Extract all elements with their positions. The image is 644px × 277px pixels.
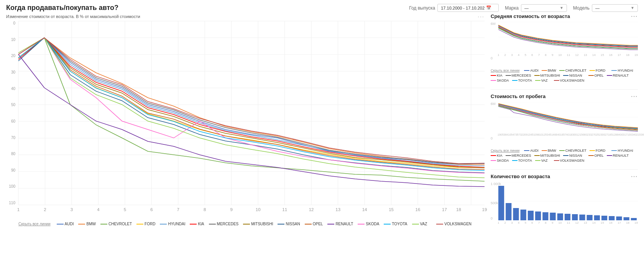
legend-ford-label: FORD [145, 222, 155, 226]
svg-text:18: 18 [456, 208, 461, 212]
model-select[interactable]: — ▼ [592, 4, 638, 12]
y-label-100: 100 [6, 184, 17, 188]
bar-age-3 [513, 208, 519, 220]
mini-legend-renault[interactable]: RENAULT [607, 74, 629, 77]
svg-text:15: 15 [389, 208, 394, 212]
brand-value: — [524, 6, 529, 10]
legend-audi-label: AUDI [65, 222, 74, 226]
mini-legend-bmw[interactable]: BMW [542, 69, 556, 72]
main-chart-header: Изменение стоимости от возраста. В % от … [6, 13, 485, 20]
legend-renault[interactable]: RENAULT [327, 222, 353, 226]
brand-control: Марка — ▼ [505, 4, 567, 12]
mini-legend2-audi[interactable]: AUDI [524, 149, 539, 152]
bar-age-13 [587, 215, 593, 220]
svg-text:12: 12 [309, 208, 314, 212]
main-chart-menu[interactable]: ··· [478, 13, 485, 20]
legend-volkswagen-label: VOLKSWAGEN [444, 222, 472, 226]
mini-legend2-vaz[interactable]: VAZ [535, 159, 548, 162]
mini-legend2-hyundai[interactable]: HYUNDAI [611, 149, 633, 152]
legend-nissan[interactable]: NISSAN [278, 222, 300, 226]
mini-legend-hyundai[interactable]: HYUNDAI [611, 69, 633, 72]
legend-ford[interactable]: FORD [136, 222, 155, 226]
avg-cost-menu[interactable]: ··· [631, 13, 638, 20]
legend-vaz[interactable]: VAZ [412, 222, 427, 226]
svg-text:16: 16 [416, 208, 421, 212]
legend-hyundai[interactable]: HYUNDAI [160, 222, 185, 226]
cost-mileage-title: Стоимость от пробега ··· [491, 93, 638, 100]
cost-mileage-hide-lines[interactable]: Скрыть все линии [491, 149, 519, 152]
count-age-menu[interactable]: ··· [631, 174, 638, 180]
mini-legend-vaz[interactable]: VAZ [535, 79, 548, 82]
chart-area: 110 100 90 80 70 60 50 40 30 20 10 0 [6, 21, 485, 220]
bar-age-10 [565, 214, 570, 220]
mini-legend2-mercedes[interactable]: MERCEDES [506, 154, 531, 157]
mini-legend-kia[interactable]: KIA [491, 74, 503, 77]
count-age-section: Количество от возраста ··· 1 000k 500k 0 [491, 169, 638, 228]
cost-mileage-menu[interactable]: ··· [631, 93, 638, 100]
legend-vaz-label: VAZ [420, 222, 427, 226]
mini-legend2-kia[interactable]: KIA [491, 154, 503, 157]
mini-legend2-chevrolet[interactable]: CHEVROLET [559, 149, 586, 152]
svg-text:13: 13 [335, 208, 340, 212]
svg-text:6: 6 [150, 208, 153, 212]
y-label-80: 80 [6, 152, 17, 156]
cost-mileage-legend: Скрыть все линии AUDI BMW CHEVROLET FORD… [491, 149, 638, 162]
legend-volkswagen[interactable]: VOLKSWAGEN [436, 222, 472, 226]
main-chart-container: 110 100 90 80 70 60 50 40 30 20 10 0 [6, 21, 485, 243]
legend-kia[interactable]: KIA [190, 222, 204, 226]
legend-bmw[interactable]: BMW [78, 222, 95, 226]
line-audi [18, 38, 485, 164]
line-skoda [18, 38, 485, 173]
mini-legend-opel[interactable]: OPEL [588, 74, 604, 77]
mini-legend2-opel[interactable]: OPEL [588, 154, 604, 157]
brand-select[interactable]: — ▼ [521, 4, 567, 12]
header-controls: Год выпуска 17.10.2000 - 17.10.202 📅 Мар… [409, 4, 638, 12]
legend-opel[interactable]: OPEL [305, 222, 323, 226]
bar-age-2 [506, 203, 511, 220]
legend-mitsubishi-label: MITSUBISHI [251, 222, 273, 226]
legend-chevrolet-label: CHEVROLET [108, 222, 132, 226]
mini-legend-skoda[interactable]: SKODA [491, 79, 509, 82]
y-label-60: 60 [6, 119, 17, 123]
model-chevron-icon: ▼ [631, 6, 634, 10]
mini-legend2-renault[interactable]: RENAULT [607, 154, 629, 157]
mini-legend-toyota[interactable]: TOYOTA [512, 79, 532, 82]
legend-audi[interactable]: AUDI [57, 222, 74, 226]
mini-legend-mercedes[interactable]: MERCEDES [506, 74, 531, 77]
left-panel: Изменение стоимости от возраста. В % от … [6, 13, 485, 243]
count-age-svg [491, 182, 638, 220]
mini-legend-mitsubishi[interactable]: MITSUBISHI [534, 74, 560, 77]
y-axis: 110 100 90 80 70 60 50 40 30 20 10 0 [6, 21, 17, 205]
avg-cost-svg [491, 22, 638, 52]
hide-all-lines[interactable]: Скрыть все линии [18, 222, 51, 226]
mini-legend-nissan[interactable]: NISSAN [563, 74, 582, 77]
brand-chevron-icon: ▼ [560, 6, 564, 10]
legend-mitsubishi[interactable]: MITSUBISHI [243, 222, 273, 226]
bar-age-7 [542, 212, 548, 220]
legend-toyota[interactable]: TOYOTA [384, 222, 407, 226]
line-hyundai [18, 38, 485, 166]
mini-legend2-toyota[interactable]: TOYOTA [512, 159, 532, 162]
bar-age-9 [557, 213, 563, 220]
legend-toyota-label: TOYOTA [392, 222, 407, 226]
legend-chevrolet[interactable]: CHEVROLET [100, 222, 132, 226]
mini-legend2-ford[interactable]: FORD [590, 149, 606, 152]
mini-legend2-volkswagen[interactable]: VOLKSWAGEN [554, 159, 585, 162]
mini-legend2-bmw[interactable]: BMW [542, 149, 556, 152]
svg-text:8: 8 [204, 208, 206, 212]
mini-legend2-skoda[interactable]: SKODA [491, 159, 509, 162]
year-input[interactable]: 17.10.2000 - 17.10.202 📅 [437, 4, 499, 12]
avg-cost-hide-lines[interactable]: Скрыть все линии [491, 69, 519, 72]
mini-legend-ford[interactable]: FORD [590, 69, 606, 72]
mini-legend-volkswagen[interactable]: VOLKSWAGEN [554, 79, 585, 82]
mini-legend-chevrolet[interactable]: CHEVROLET [559, 69, 586, 72]
mini-legend-audi[interactable]: AUDI [524, 69, 539, 72]
legend-skoda-label: SKODA [366, 222, 379, 226]
mini-legend2-nissan[interactable]: NISSAN [563, 154, 582, 157]
main-chart-subtitle: Изменение стоимости от возраста. В % от … [6, 14, 140, 19]
legend-skoda[interactable]: SKODA [358, 222, 379, 226]
mini-legend2-mitsubishi[interactable]: MITSUBISHI [534, 154, 560, 157]
year-value: 17.10.2000 - 17.10.202 [441, 6, 485, 10]
legend-mercedes[interactable]: MERCEDES [209, 222, 239, 226]
legend-bmw-label: BMW [86, 222, 95, 226]
